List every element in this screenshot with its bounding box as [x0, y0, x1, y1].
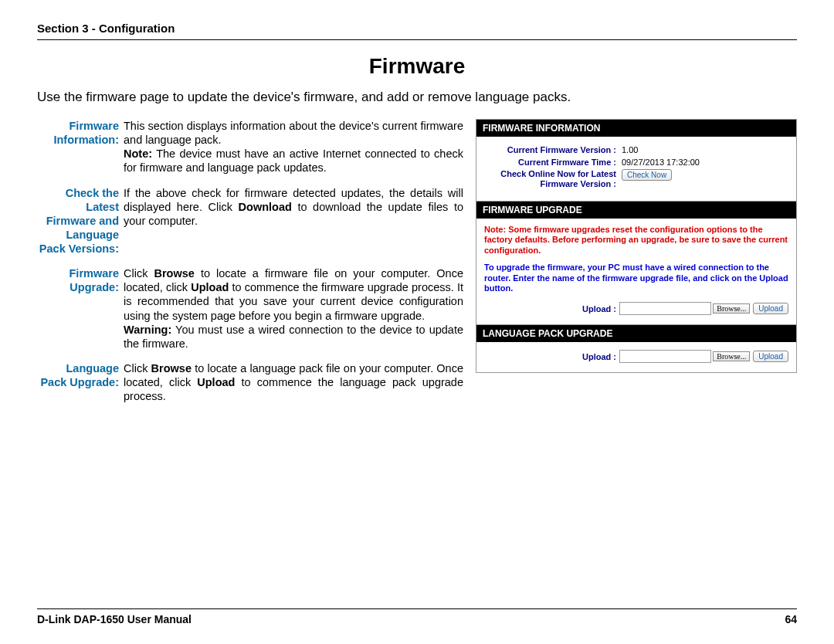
router-screenshot-panel: FIRMWARE INFORMATION Current Firmware Ve…	[476, 119, 797, 373]
panel-header-firmware-upgrade: FIRMWARE UPGRADE	[476, 202, 796, 219]
body-lang-upgrade: Click Browse to locate a language pack f…	[124, 361, 463, 414]
warn-label: Warning:	[124, 324, 171, 336]
firmware-upgrade-warning-red: Note: Some firmware upgrades reset the c…	[484, 225, 788, 256]
term-check-latest: Check the Latest Firmware and Language P…	[37, 186, 124, 267]
fu-b1: Browse	[154, 267, 194, 280]
definitions-column: Firmware Information: This section displ…	[37, 119, 463, 414]
lu-pre: Click	[124, 362, 151, 375]
note-label: Note:	[124, 147, 152, 160]
page-title: Firmware	[37, 54, 797, 79]
fu-pre: Click	[124, 267, 154, 280]
label-current-time: Current Firmware Time :	[484, 158, 619, 168]
fu-b2: Upload	[191, 281, 229, 293]
section-header: Section 3 - Configuration	[37, 22, 797, 35]
bottom-rule	[37, 608, 797, 609]
body-firmware-info-text: This section displays information about …	[124, 120, 463, 146]
label-check-online: Check Online Now for Latest Firmware Ver…	[484, 169, 619, 188]
footer-page-number: 64	[785, 613, 797, 625]
lang-upload-button[interactable]: Upload	[753, 351, 788, 362]
term-lang-upgrade: Language Pack Upgrade:	[37, 361, 124, 414]
warn-text: You must use a wired connection to the d…	[124, 324, 463, 350]
label-current-version: Current Firmware Version :	[484, 145, 619, 155]
lu-b1: Browse	[151, 362, 192, 375]
value-current-time: 09/27/2013 17:32:00	[619, 158, 700, 167]
body-check-latest: If the above check for firmware detected…	[124, 186, 463, 267]
term-firmware-upgrade: Firmware Upgrade:	[37, 266, 124, 361]
body-firmware-info: This section displays information about …	[124, 119, 463, 186]
check-now-button[interactable]: Check Now	[622, 169, 672, 181]
firmware-upgrade-note-blue: To upgrade the firmware, your PC must ha…	[484, 263, 788, 294]
lang-upload-label: Upload :	[484, 352, 619, 361]
term-firmware-info: Firmware Information:	[37, 119, 124, 186]
lang-browse-button[interactable]: Browse...	[713, 351, 750, 361]
lang-file-input[interactable]	[619, 350, 711, 363]
panel-header-firmware-info: FIRMWARE INFORMATION	[476, 120, 796, 137]
firmware-file-input[interactable]	[619, 302, 711, 315]
value-current-version: 1.00	[619, 145, 638, 154]
body-firmware-upgrade: Click Browse to locate a firmware file o…	[124, 266, 463, 361]
footer-manual-name: D-Link DAP-1650 User Manual	[37, 613, 192, 625]
intro-text: Use the firmware page to update the devi…	[37, 90, 797, 105]
check-online-colon: :	[611, 179, 616, 188]
check-bold: Download	[239, 201, 292, 213]
firmware-browse-button[interactable]: Browse...	[713, 303, 750, 314]
firmware-upload-label: Upload :	[484, 304, 619, 314]
panel-header-lang-upgrade: LANGUAGE PACK UPGRADE	[476, 325, 796, 342]
check-online-text: Check Online Now for Latest Firmware Ver…	[500, 169, 616, 188]
note-text: The device must have an active Internet …	[124, 147, 463, 174]
top-rule	[37, 39, 797, 40]
lu-b2: Upload	[197, 376, 235, 388]
firmware-upload-button[interactable]: Upload	[753, 303, 788, 314]
